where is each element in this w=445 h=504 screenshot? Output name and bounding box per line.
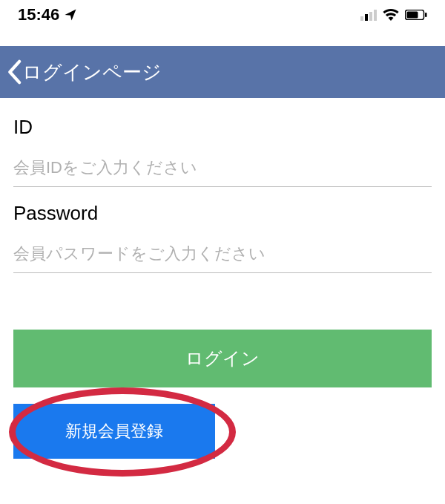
password-input[interactable] (13, 240, 432, 273)
chevron-left-icon (6, 59, 22, 85)
nav-title: ログインページ (22, 59, 162, 85)
login-form: ID Password (0, 98, 445, 273)
nav-bar: ログインページ (0, 46, 445, 98)
status-bar: 15:46 (0, 0, 445, 30)
register-button[interactable]: 新規会員登録 (13, 404, 215, 459)
id-field-block: ID (13, 116, 432, 187)
register-row: 新規会員登録 (13, 404, 432, 459)
password-label: Password (13, 202, 432, 225)
svg-rect-2 (425, 13, 427, 17)
wifi-icon (383, 9, 399, 21)
status-right (360, 9, 427, 21)
cell-signal-icon (360, 9, 377, 21)
location-arrow-icon (64, 8, 77, 22)
login-button[interactable]: ログイン (13, 330, 432, 387)
id-label: ID (13, 116, 432, 139)
status-time: 15:46 (18, 5, 59, 24)
status-left: 15:46 (18, 5, 77, 24)
svg-rect-1 (407, 12, 418, 19)
battery-icon (405, 10, 427, 20)
id-input[interactable] (13, 154, 432, 187)
back-button[interactable]: ログインページ (6, 59, 162, 85)
button-area: ログイン 新規会員登録 (0, 288, 445, 459)
password-field-block: Password (13, 202, 432, 273)
